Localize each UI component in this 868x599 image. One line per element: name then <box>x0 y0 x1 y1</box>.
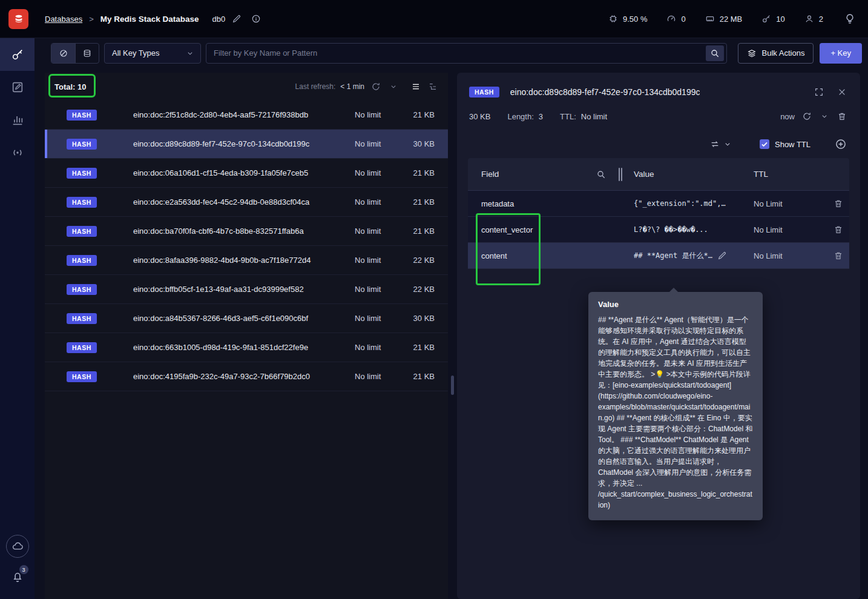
chevron-down-icon <box>389 82 398 91</box>
delete-field-button[interactable] <box>833 199 843 208</box>
key-name: eino:doc:4195fa9b-232c-49a7-93c2-7b66f79… <box>133 372 343 381</box>
refresh-icon <box>371 82 381 91</box>
search-submit-button[interactable] <box>706 45 724 61</box>
pencil-icon <box>717 251 727 260</box>
refresh-keys-button[interactable] <box>369 80 383 93</box>
field-value[interactable]: ## **Agent 是什么** A... <box>620 251 740 261</box>
edit-db-alias-button[interactable] <box>231 13 243 25</box>
key-ttl: No limit <box>343 343 398 352</box>
key-size: 21 KB <box>398 227 435 236</box>
cloud-button[interactable] <box>6 535 29 558</box>
key-list-row[interactable]: HASH eino:doc:2f51c8dc-2d80-4eb4-aaf5-72… <box>45 101 448 130</box>
trash-icon <box>833 199 843 208</box>
filter-off-toggle[interactable] <box>51 44 75 63</box>
fields-controls-row: Show TTL <box>457 122 860 150</box>
key-list-row[interactable]: HASH eino:doc:e2a563dd-fec4-45c2-94db-0e… <box>45 188 448 217</box>
database-title: My Redis Stack Database <box>100 15 199 24</box>
key-list-row[interactable]: HASH eino:doc:bffb05cf-1e13-49af-aa31-dc… <box>45 275 448 304</box>
delete-field-button[interactable] <box>833 225 843 234</box>
key-list-row[interactable]: HASH eino:doc:a84b5367-8266-46d3-aef5-c6… <box>45 304 448 333</box>
key-list-header-right: Last refresh: < 1 min <box>295 80 439 93</box>
ttl-column-label: TTL <box>754 170 768 179</box>
key-list-row[interactable]: HASH eino:doc:ba70f0fa-cbf6-4b7c-b8be-83… <box>45 217 448 246</box>
bulk-actions-label: Bulk Actions <box>762 48 805 58</box>
show-ttl-toggle[interactable]: Show TTL <box>760 139 810 149</box>
key-ttl: No limit <box>343 110 398 119</box>
breadcrumb-separator: > <box>89 15 94 24</box>
notifications-button[interactable]: 3 <box>6 565 29 589</box>
field-row-selected[interactable]: content ## **Agent 是什么** A... No Limit <box>468 243 849 269</box>
nav-pubsub[interactable] <box>0 136 35 169</box>
field-name: metadata <box>468 199 620 208</box>
fields-table-header: Field Value TTL <box>468 158 849 191</box>
value-tooltip-body: ## **Agent 是什么** Agent（智能代理）是一个能够感知环境并采取… <box>598 314 753 511</box>
trash-icon <box>833 225 843 234</box>
field-row[interactable]: metadata {"_extension":".md","_fi... No … <box>468 191 849 217</box>
list-view-button[interactable] <box>409 80 422 93</box>
keys-icon <box>761 14 771 24</box>
key-size: 21 KB <box>398 343 435 352</box>
key-ttl: No limit <box>343 168 398 177</box>
fullscreen-button[interactable] <box>813 86 825 98</box>
search-icon <box>710 48 720 58</box>
delete-key-button[interactable] <box>836 110 848 122</box>
field-search-button[interactable] <box>595 168 607 180</box>
edit-field-value-button[interactable] <box>717 251 727 260</box>
key-list-row[interactable]: HASH eino:doc:06a106d1-cf15-4eda-b309-1f… <box>45 159 448 188</box>
key-list-row-selected[interactable]: HASH eino:doc:d89c8d89-fef7-452e-97c0-13… <box>45 130 448 159</box>
key-list-row[interactable]: HASH eino:doc:8afaa396-9882-4bd4-9b0b-ac… <box>45 246 448 275</box>
nav-browser[interactable] <box>0 38 35 71</box>
breadcrumb-databases[interactable]: Databases <box>45 15 82 24</box>
pencil-icon <box>232 14 242 24</box>
key-ttl-label: TTL: <box>560 112 576 121</box>
value-tooltip-title: Value <box>598 300 753 309</box>
analytics-icon <box>11 113 24 127</box>
nav-analytics[interactable] <box>0 104 35 136</box>
tree-view-button[interactable] <box>426 80 439 93</box>
commands-gauge-icon <box>666 14 676 24</box>
refresh-icon <box>802 111 812 121</box>
no-filter-icon <box>59 48 68 58</box>
field-value[interactable]: L?�?\? ��>��w�... <box>620 225 740 234</box>
show-ttl-checkbox[interactable] <box>760 139 769 149</box>
last-refresh-label: Last refresh: <box>295 82 336 91</box>
key-search-box <box>206 43 727 64</box>
bulk-actions-button[interactable]: Bulk Actions <box>738 43 814 64</box>
insights-button[interactable] <box>843 12 857 26</box>
side-nav: 3 <box>0 38 35 599</box>
auto-refresh-menu-button[interactable] <box>387 81 399 93</box>
delete-field-button[interactable] <box>833 251 843 260</box>
add-key-button[interactable]: + Key <box>820 43 862 64</box>
key-type-badge: HASH <box>67 168 97 179</box>
notifications-badge: 3 <box>19 565 28 574</box>
field-row[interactable]: content_vector L?�?\? ��>��w�... No Limi… <box>468 217 849 243</box>
last-refresh-value: < 1 min <box>340 82 364 91</box>
key-details-header-icons <box>813 86 848 98</box>
key-search-input[interactable] <box>214 48 706 58</box>
close-details-button[interactable] <box>836 86 848 98</box>
nav-workbench[interactable] <box>0 71 35 104</box>
stat-keys-value: 10 <box>776 15 784 24</box>
db-info-button[interactable] <box>250 13 262 25</box>
key-ttl: No limit <box>343 227 398 236</box>
field-ttl: No Limit <box>740 251 827 260</box>
key-size: 30 KB <box>398 139 435 148</box>
plus-circle-icon <box>835 138 847 150</box>
add-field-button[interactable] <box>835 138 847 150</box>
refresh-key-button[interactable] <box>801 110 813 122</box>
stat-cpu-value: 9.50 % <box>623 15 647 24</box>
key-ttl: No limit <box>343 139 398 148</box>
panel-resize-handle[interactable] <box>451 376 454 395</box>
filter-by-type-toggle[interactable] <box>75 44 99 63</box>
column-resize-handle[interactable] <box>617 168 623 181</box>
value-format-selector[interactable] <box>710 139 732 149</box>
chevron-down-icon <box>820 112 829 121</box>
stat-commands-value: 0 <box>681 15 685 24</box>
actions-column-header <box>827 158 854 190</box>
key-type-dropdown[interactable]: All Key Types <box>104 43 201 64</box>
auto-refresh-menu-button[interactable] <box>819 111 830 122</box>
key-rows: HASH eino:doc:2f51c8dc-2d80-4eb4-aaf5-72… <box>45 101 448 391</box>
key-list-row[interactable]: HASH eino:doc:663b1005-d98d-419c-9fa1-85… <box>45 333 448 362</box>
key-list-row[interactable]: HASH eino:doc:4195fa9b-232c-49a7-93c2-7b… <box>45 362 448 391</box>
field-value[interactable]: {"_extension":".md","_fi... <box>620 199 740 208</box>
